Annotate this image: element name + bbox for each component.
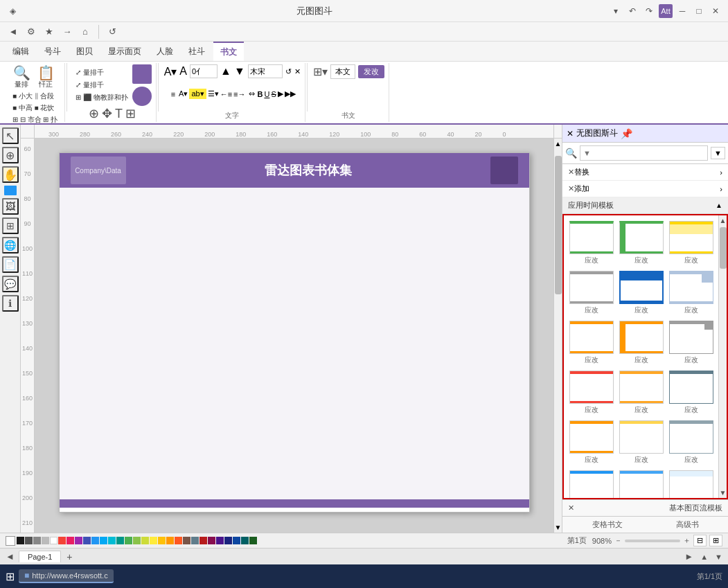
panel-add-row[interactable]: ✕ 添加 › (562, 181, 728, 197)
bold-btn[interactable]: B (258, 90, 263, 98)
scroll-thumb[interactable] (555, 156, 562, 294)
format-more2-btn[interactable]: ▶▶ (285, 89, 296, 98)
tool-table[interactable]: ⊞ (2, 217, 19, 234)
tab-hao[interactable]: 号斗 (37, 42, 68, 61)
swatch-deeporange[interactable] (175, 537, 182, 544)
opt3[interactable]: ⊞ ⊟ 市合 ⊞ 扑 (10, 114, 60, 125)
font-color-A[interactable]: A▾ (179, 89, 188, 98)
template-item-5[interactable]: 应改 (618, 269, 665, 317)
swatch-purple[interactable] (75, 537, 82, 544)
font-a-btn[interactable]: A▾ (164, 65, 177, 78)
strikethrough-btn[interactable]: S (271, 90, 276, 98)
template-item-9[interactable]: 应改 (668, 319, 715, 366)
taskbar-app-item[interactable]: ■ http://www.e4rswsott.c (19, 569, 114, 583)
template-item-4[interactable]: 应改 (568, 269, 615, 317)
opt2[interactable]: ■ 中高 ■ 花饮 (10, 103, 60, 114)
undo-btn[interactable]: ↶ (625, 4, 639, 18)
arrow-btn3[interactable]: ⊞ ⬛ 物教辞和扑 (73, 92, 131, 103)
template-item-17[interactable]: 应改 (618, 469, 665, 498)
panel-scroll-down[interactable]: ▼ (720, 488, 727, 498)
move-tool[interactable]: ✥ (102, 106, 112, 121)
template-item-8[interactable]: 应改 (618, 319, 665, 366)
scroll-up-btn[interactable]: ▲ (555, 139, 562, 149)
panel-up-btn[interactable]: ▲ (716, 202, 722, 209)
swatch-black[interactable] (17, 537, 24, 544)
windows-start-btn[interactable]: ⊞ (6, 570, 15, 583)
panel-show-btn[interactable]: 变格书文 (592, 519, 623, 530)
scroll-down-btn[interactable]: ▼ (555, 522, 562, 533)
underline-btn[interactable]: U (264, 90, 269, 98)
space-btn[interactable]: ⇔ (247, 89, 256, 98)
swatch-blue[interactable] (91, 537, 99, 544)
swatch-lightgray[interactable] (42, 537, 49, 544)
tab-she[interactable]: 社斗 (181, 42, 212, 61)
apply-btn[interactable]: 发改 (358, 65, 384, 78)
zoom-minus-btn[interactable]: － (614, 535, 622, 546)
home-btn[interactable]: ⌂ (78, 24, 93, 39)
tool-hand[interactable]: ✋ (2, 166, 19, 183)
panel-scroll-thumb[interactable] (720, 227, 727, 269)
swatch-green[interactable] (125, 537, 132, 544)
panel-close-replace[interactable]: ✕ (568, 168, 574, 177)
link-tool[interactable]: ⊞ (125, 106, 136, 121)
tabs-scroll-right[interactable]: ► (682, 551, 696, 562)
panel-replace-row[interactable]: ✕ 替换 › (562, 164, 728, 181)
template-item-18[interactable]: 应改 (668, 469, 715, 498)
panel-advanced-btn[interactable]: 高级书 (676, 519, 699, 530)
shape-purple[interactable] (132, 64, 152, 84)
indent-dec-btn[interactable]: ←≡ (220, 90, 232, 98)
font-refresh-btn[interactable]: ↺ (285, 67, 292, 76)
close-btn[interactable]: ✕ (709, 4, 722, 18)
panel-close-add[interactable]: ✕ (568, 184, 574, 193)
minimize-btn[interactable]: ─ (675, 4, 689, 18)
tool-globe[interactable]: 🌐 (2, 237, 19, 253)
panel-basic-label[interactable]: 基本图页流模板 (669, 503, 722, 513)
text-mode-btn[interactable]: 本文 (330, 64, 355, 79)
swatch-darkindigo[interactable] (224, 537, 232, 544)
tool-select[interactable]: ⊕ (2, 147, 19, 163)
shape-circle[interactable] (132, 87, 152, 106)
panel-scroll-up[interactable]: ▲ (720, 215, 727, 226)
page-tab-1[interactable]: Page-1 (19, 551, 61, 562)
view-normal-btn[interactable]: ⊟ (693, 535, 707, 546)
page-nav-down[interactable]: ▼ (712, 553, 725, 561)
text-tool[interactable]: T (115, 107, 123, 121)
swatch-gray[interactable] (33, 537, 41, 544)
tool-image[interactable]: 🖼 (2, 198, 19, 215)
template-item-6[interactable]: 应改 (668, 269, 715, 317)
dropdown-btn[interactable]: ▾ (609, 4, 623, 18)
tool-chat[interactable]: 💬 (2, 276, 19, 292)
template-item-13[interactable]: 应改 (568, 419, 615, 466)
font-dec-btn[interactable]: ▼ (234, 65, 245, 78)
template-item-15[interactable]: 应改 (668, 419, 715, 466)
tab-tu[interactable]: 图贝 (69, 42, 100, 61)
swatch-darkpink[interactable] (208, 537, 215, 544)
settings-btn[interactable]: ⚙ (24, 24, 39, 39)
arrow-btn2[interactable]: ⤢ 量排千 (73, 80, 131, 91)
tab-display[interactable]: 显示面页 (101, 42, 148, 61)
template-item-3[interactable]: 应改 (668, 220, 715, 267)
swatch-pink[interactable] (66, 537, 74, 544)
swatch-orange[interactable] (166, 537, 174, 544)
arrow-btn1[interactable]: ⤢ 量排千 (73, 67, 131, 78)
list-btn[interactable]: ☰▾ (208, 89, 219, 98)
swatch-lightblue[interactable] (100, 537, 107, 544)
swatch-darkblue[interactable] (233, 537, 240, 544)
font-inc-btn[interactable]: ▲ (220, 65, 231, 78)
swatch-indigo[interactable] (83, 537, 91, 544)
swatch-brown[interactable] (183, 537, 190, 544)
template-item-16[interactable]: 应改 (568, 469, 615, 498)
app-icon-btn[interactable]: ◈ (6, 4, 19, 18)
tool-info[interactable]: ℹ (2, 295, 19, 312)
panel-close-x[interactable]: ✕ (567, 129, 574, 139)
panel-search-input[interactable] (580, 145, 708, 161)
template-item-12[interactable]: 应改 (668, 369, 715, 416)
canvas-scrollbar-v[interactable]: ▲ ▼ (553, 139, 562, 533)
color-black-swatch[interactable] (6, 536, 15, 546)
font-clear-btn[interactable]: ✕ (294, 67, 301, 76)
opt1[interactable]: ■ 小大 ‖ 合段 (10, 91, 60, 102)
tool-copy[interactable]: 📄 (2, 256, 19, 273)
select-tool[interactable]: ⊕ (89, 106, 99, 121)
swatch-darkred[interactable] (199, 537, 207, 544)
zoom-slider[interactable] (625, 540, 680, 542)
